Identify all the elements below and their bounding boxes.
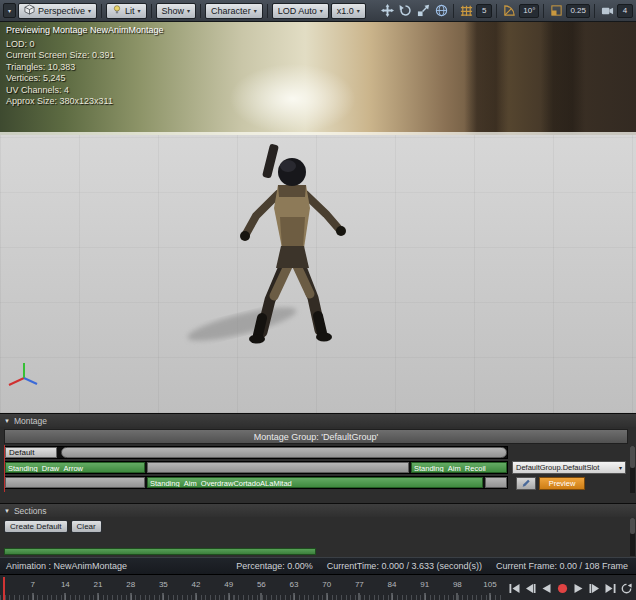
character-shadow	[185, 301, 299, 348]
sections-buttons: Create Default Clear	[4, 520, 102, 533]
current-time-label: CurrentTime: 0.000 / 3.633 (second(s))	[327, 561, 482, 571]
grid-snap-icon[interactable]	[458, 3, 474, 19]
playback-speed-button[interactable]: x1.0 ▾	[331, 3, 366, 19]
rotate-tool-icon[interactable]	[397, 3, 413, 19]
viewport-options-button[interactable]: ▾	[3, 3, 16, 18]
rotation-snap-value[interactable]: 10°	[519, 4, 539, 18]
montage-scrollbar[interactable]	[630, 446, 635, 493]
timeline-tick-mark	[196, 593, 197, 600]
slot-empty-area[interactable]	[5, 477, 145, 488]
timeline-tick-mark	[424, 593, 425, 600]
slot-track-1[interactable]: Standing_Draw_Arrow Standing_Aim_Recoil	[4, 461, 508, 474]
record-button[interactable]	[555, 578, 570, 598]
slot-empty-area[interactable]	[485, 477, 507, 488]
play-button[interactable]	[571, 578, 586, 598]
scale-snap-value[interactable]: 0.25	[566, 4, 590, 18]
lit-mode-button[interactable]: Lit ▾	[106, 3, 147, 19]
segment-standing-aim-overdraw[interactable]: Standing_Aim_OverdrawCortadoALaMitad	[147, 477, 483, 488]
timeline-ruler[interactable]: 714212835424956637077849198105	[0, 575, 504, 600]
timeline-tick-mark	[457, 593, 458, 600]
camera-speed-value[interactable]: 4	[617, 4, 633, 18]
step-forward-button[interactable]	[587, 578, 602, 598]
section-track[interactable]: Default	[4, 446, 508, 459]
lod-auto-label: LOD Auto	[278, 6, 317, 16]
slot-edit-button[interactable]	[516, 477, 536, 490]
montage-panel-title: Montage	[14, 416, 47, 426]
scale-tool-icon[interactable]	[415, 3, 431, 19]
pen-icon	[521, 476, 531, 491]
scrollbar-thumb[interactable]	[630, 446, 635, 468]
create-default-button[interactable]: Create Default	[4, 520, 68, 533]
timeline-tick-mark	[98, 593, 99, 600]
timeline-tick-mark	[359, 593, 360, 600]
slot-empty-area[interactable]	[147, 462, 409, 473]
default-section-bar[interactable]	[4, 548, 316, 555]
timeline-tick-mark	[261, 593, 262, 600]
stats-vertices: Vertices: 5,245	[6, 73, 164, 85]
status-bar: Animation : NewAnimMontage Percentage: 0…	[0, 557, 636, 574]
chevron-down-icon: ▾	[320, 8, 323, 14]
timeline: 714212835424956637077849198105	[0, 574, 636, 600]
timeline-tick-label: 49	[224, 580, 233, 589]
character-label: Character	[211, 6, 251, 16]
perspective-icon	[24, 4, 35, 17]
separator	[496, 4, 497, 18]
sections-scrollbar[interactable]	[630, 518, 635, 556]
timeline-tick-label: 56	[257, 580, 266, 589]
show-button[interactable]: Show ▾	[156, 3, 197, 19]
camera-speed-icon[interactable]	[599, 3, 615, 19]
segment-standing-draw-arrow[interactable]: Standing_Draw_Arrow	[5, 462, 145, 473]
playback-status-group: Percentage: 0.00% CurrentTime: 0.000 / 3…	[236, 561, 636, 571]
viewport[interactable]: Previewing Montage NewAnimMontage LOD: 0…	[0, 22, 636, 413]
segment-standing-aim-recoil[interactable]: Standing_Aim_Recoil	[411, 462, 507, 473]
stats-title: Previewing Montage NewAnimMontage	[6, 25, 164, 37]
sections-panel-header[interactable]: ▼ Sections	[0, 504, 636, 517]
timeline-tick-label: 91	[420, 580, 429, 589]
viewport-toolbar: ▾ Perspective ▾ Lit ▾ Show ▾ Character ▾	[0, 0, 636, 22]
animation-name-label: Animation : NewAnimMontage	[0, 561, 127, 571]
scale-snap-icon[interactable]	[548, 3, 564, 19]
current-frame-label: Current Frame: 0.00 / 108 Frame	[496, 561, 628, 571]
preview-button[interactable]: Preview	[539, 477, 585, 490]
timeline-tick-mark	[294, 593, 295, 600]
separator	[101, 4, 102, 18]
perspective-button[interactable]: Perspective ▾	[18, 3, 97, 19]
playback-controls	[507, 577, 634, 599]
separator	[151, 4, 152, 18]
slot-track-2[interactable]: Standing_Aim_OverdrawCortadoALaMitad	[4, 476, 508, 489]
chevron-down-icon: ▾	[88, 8, 91, 14]
perspective-label: Perspective	[38, 6, 85, 16]
step-backward-button[interactable]	[523, 578, 538, 598]
character-button[interactable]: Character ▾	[205, 3, 263, 19]
timeline-tick-label: 21	[94, 580, 103, 589]
transform-snap-tools: 5 10° 0.25 4	[379, 3, 633, 19]
rotation-snap-icon[interactable]	[501, 3, 517, 19]
slot-selector-dropdown[interactable]: DefaultGroup.DefaultSlot ▾	[512, 461, 626, 474]
loop-toggle-button[interactable]	[619, 578, 634, 598]
timeline-tick-mark	[32, 593, 33, 600]
timeline-tick-label: 77	[355, 580, 364, 589]
playback-speed-label: x1.0	[337, 6, 354, 16]
lod-auto-button[interactable]: LOD Auto ▾	[272, 3, 329, 19]
timeline-tick-label: 14	[61, 580, 70, 589]
clear-button[interactable]: Clear	[71, 520, 102, 533]
chevron-down-icon: ▾	[357, 8, 360, 14]
skip-to-start-button[interactable]	[507, 578, 522, 598]
timeline-tick-mark	[65, 593, 66, 600]
scrollbar-thumb[interactable]	[630, 518, 635, 534]
montage-tracks: Default Standing_Draw_Arrow Standing_Aim…	[4, 446, 508, 493]
timeline-tick-label: 105	[483, 580, 496, 589]
axis-gizmo-icon	[9, 363, 37, 385]
persona-montage-editor: ▾ Perspective ▾ Lit ▾ Show ▾ Character ▾	[0, 0, 636, 600]
montage-duration-bar[interactable]	[61, 447, 507, 458]
chevron-down-icon: ▾	[254, 8, 257, 14]
skip-to-end-button[interactable]	[603, 578, 618, 598]
move-tool-icon[interactable]	[379, 3, 395, 19]
chevron-down-icon: ▾	[187, 8, 190, 14]
coordinate-space-globe-icon[interactable]	[433, 3, 449, 19]
grid-snap-value[interactable]: 5	[476, 4, 492, 18]
timeline-playhead[interactable]	[3, 577, 5, 600]
play-reverse-button[interactable]	[539, 578, 554, 598]
section-marker-default[interactable]: Default	[5, 447, 57, 458]
montage-panel-header[interactable]: ▼ Montage	[0, 414, 636, 427]
